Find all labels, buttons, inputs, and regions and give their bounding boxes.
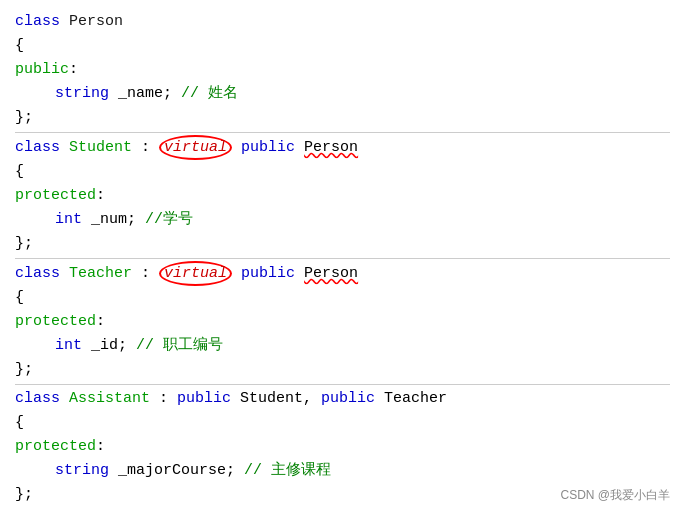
class-name-person: Person xyxy=(69,10,123,34)
watermark: CSDN @我爱小白羊 xyxy=(560,486,670,505)
virtual-circle-teacher: virtual xyxy=(159,261,232,286)
line-protected-1: protected: xyxy=(15,184,670,208)
line-brace-open-3: { xyxy=(15,286,670,310)
code-container: class Person { public: string _name; // … xyxy=(0,0,685,517)
virtual-circle-student: virtual xyxy=(159,135,232,160)
line-close-2: }; xyxy=(15,232,670,256)
divider-3 xyxy=(15,384,670,385)
divider-1 xyxy=(15,132,670,133)
line-class-assistant: class Assistant : public Student, public… xyxy=(15,387,670,411)
line-protected-3: protected: xyxy=(15,435,670,459)
person-underline-student: Person xyxy=(304,136,358,160)
line-majorcourse-member: string _majorCourse; // 主修课程 xyxy=(15,459,670,483)
line-class-teacher: class Teacher : virtual public Person xyxy=(15,261,670,286)
line-id-member: int _id; // 职工编号 xyxy=(15,334,670,358)
line-close-1: }; xyxy=(15,106,670,130)
line-brace-open-4: { xyxy=(15,411,670,435)
line-num-member: int _num; //学号 xyxy=(15,208,670,232)
line-brace-open-1: { xyxy=(15,34,670,58)
line-public: public: xyxy=(15,58,670,82)
divider-2 xyxy=(15,258,670,259)
person-underline-teacher: Person xyxy=(304,262,358,286)
line-class-person: class Person xyxy=(15,10,670,34)
line-brace-open-2: { xyxy=(15,160,670,184)
line-close-3: }; xyxy=(15,358,670,382)
line-class-student: class Student : virtual public Person xyxy=(15,135,670,160)
line-name-member: string _name; // 姓名 xyxy=(15,82,670,106)
keyword-class: class xyxy=(15,10,69,34)
line-protected-2: protected: xyxy=(15,310,670,334)
